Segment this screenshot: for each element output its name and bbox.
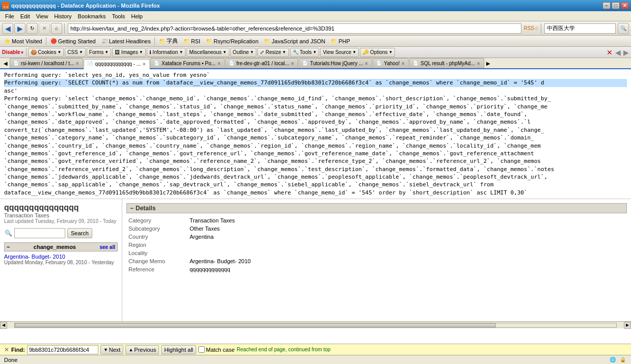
find-next-arrow: ▼	[103, 347, 108, 352]
horizontal-scrollbar[interactable]: ◀ ▶	[0, 321, 631, 328]
find-highlight-button[interactable]: Highlight all	[161, 345, 196, 354]
webdev-tools-btn[interactable]: 🔧 Tools▼	[290, 48, 320, 57]
menu-tools[interactable]: Tools	[109, 12, 128, 20]
find-bar: ✕ Find: ▼ Next ▲ Previous Highlight all …	[0, 344, 631, 355]
webdev-misc-btn[interactable]: Miscellaneous▼	[187, 48, 229, 57]
menu-bookmarks[interactable]: Bookmarks	[75, 12, 109, 20]
rsync-icon: 📁	[205, 38, 213, 45]
query-line-6: `change_memos`.`date_approved`, `change_…	[4, 118, 627, 126]
bookmarks-bar: ⭐ Most Visited 🔴 Getting Started 📰 Lates…	[0, 36, 631, 47]
details-label-category: Category	[126, 216, 188, 225]
webdev-cookies-btn[interactable]: 🍪 Cookies▼	[28, 48, 64, 57]
bookmark-getting-started-label: Getting Started	[58, 38, 96, 44]
home-button[interactable]: ⌂	[51, 23, 62, 34]
reload-button[interactable]: ↻	[27, 23, 38, 34]
webdev-disable-btn[interactable]: Disable▼	[2, 49, 24, 55]
app-content: qqqqqqqqqqqqqqq Transaction Taxes Last u…	[0, 199, 631, 321]
menu-view[interactable]: View	[33, 12, 51, 20]
find-matchcase-checkbox[interactable]	[198, 346, 205, 353]
tab-jquery-close[interactable]: ✕	[364, 61, 369, 66]
bookmark-js[interactable]: 📁 JavaScript and JSON	[262, 37, 327, 45]
bookmark-most-visited[interactable]: ⭐ Most Visited	[2, 37, 44, 45]
tab-sql-label: SQL result - phpMyAd...	[420, 61, 475, 66]
webdev-forms-btn[interactable]: Forms▼	[87, 48, 111, 57]
webdev-viewsource-btn[interactable]: View Source▼	[320, 48, 359, 57]
webdev-images-btn[interactable]: 🖼 Images▼	[112, 48, 146, 57]
find-prev-button[interactable]: ▲ Previous	[125, 345, 159, 354]
tab-sql-icon: 📄	[413, 61, 419, 67]
maximize-button[interactable]: □	[612, 2, 620, 9]
bookmark-rsi[interactable]: 📁 RSI	[181, 37, 202, 45]
search-button[interactable]: Search	[67, 228, 92, 238]
search-go-button[interactable]: 🔍	[618, 23, 629, 34]
tab-qqq-label: qqqqqqqqqqqqq - ...	[95, 61, 141, 67]
details-section-label: Details	[136, 205, 155, 212]
sidebar-section-header[interactable]: − change_memos see all	[4, 242, 118, 251]
menu-history[interactable]: History	[51, 12, 74, 20]
find-next-label: Next	[109, 347, 121, 353]
webdev-css-btn[interactable]: CSS▼	[65, 48, 85, 57]
tab-xataface[interactable]: 📄 Xataface Forums • Po... ✕	[150, 58, 225, 68]
webdev-resize-btn[interactable]: ⤢ Resize▼	[257, 48, 288, 57]
webdev-arrow1: ◀	[615, 48, 621, 57]
tab-jquery[interactable]: 📄 Tutorials:How jQuery ... ✕	[299, 58, 372, 68]
bookmark-rsync[interactable]: 📁 Rsync/Replication	[204, 37, 260, 45]
scroll-track[interactable]	[14, 323, 617, 328]
scroll-left-button[interactable]: ◀	[0, 322, 7, 329]
find-input[interactable]	[27, 345, 98, 354]
browser-search-bar[interactable]	[544, 23, 616, 34]
menu-file[interactable]: File	[2, 12, 17, 20]
tab-scroll-left[interactable]: ◀	[2, 61, 9, 66]
nav-separator-1	[64, 23, 65, 34]
bookmark-zidian[interactable]: 📁 字典	[157, 37, 179, 45]
tab-yahoo-close[interactable]: ✕	[401, 61, 405, 66]
forward-button[interactable]: ▶	[14, 23, 25, 34]
find-next-button[interactable]: ▼ Next	[100, 345, 124, 354]
app-updated: Last updated Tuesday, February 09, 2010 …	[4, 218, 118, 224]
status-right: 🌐 🔒	[609, 356, 627, 364]
search-input[interactable]	[14, 228, 65, 238]
tab-scroll-right[interactable]: ▶	[485, 61, 492, 66]
left-sidebar: qqqqqqqqqqqqqqq Transaction Taxes Last u…	[0, 199, 122, 321]
menu-edit[interactable]: Edit	[17, 12, 33, 20]
tab-qqq[interactable]: 📄 qqqqqqqqqqqqq - ... ✕	[84, 59, 150, 69]
tab-jquery-icon: 📄	[302, 61, 308, 67]
tab-sql[interactable]: 📄 SQL result - phpMyAd... ✕	[409, 58, 484, 68]
webdev-toolbar: Disable▼ 🍪 Cookies▼ CSS▼ Forms▼ 🖼 Images…	[0, 47, 631, 58]
bookmark-latest-headlines[interactable]: 📰 Latest Headlines	[99, 37, 152, 45]
tab-fre-dev[interactable]: 📄 fre-dev-gtr-a01 / local... ✕	[225, 58, 298, 68]
details-value-subcategory: Other Taxes	[188, 225, 627, 233]
webdev-outline-btn[interactable]: Outline▼	[230, 48, 257, 57]
minimize-button[interactable]: −	[602, 2, 611, 9]
find-close-button[interactable]: ✕	[4, 346, 9, 353]
status-icon-2: 🔒	[619, 356, 627, 364]
see-all-link[interactable]: see all	[99, 244, 115, 250]
scroll-right-button[interactable]: ▶	[624, 322, 631, 329]
menu-help[interactable]: Help	[128, 12, 146, 20]
webdev-options-btn[interactable]: 🔑 Options▼	[360, 48, 395, 57]
scroll-thumb[interactable]	[15, 323, 496, 327]
tab-xataface-close[interactable]: ✕	[217, 61, 221, 66]
tab-fre-dev-close[interactable]: ✕	[291, 61, 295, 66]
tab-sql-close[interactable]: ✕	[477, 61, 481, 66]
find-status: Reached end of page, continued from top	[236, 347, 330, 352]
tab-qqq-close[interactable]: ✕	[142, 62, 146, 67]
app-subtitle: Transaction Taxes	[4, 212, 118, 218]
sidebar-item-link-0[interactable]: Argentina- Budget- 2010	[4, 254, 65, 260]
details-section-header[interactable]: − Details	[126, 203, 627, 213]
tab-rsi-kwen-close[interactable]: ✕	[75, 61, 80, 66]
rss-icon[interactable]: RSS☆	[523, 25, 539, 31]
back-button[interactable]: ◀	[2, 23, 13, 34]
webdev-info-btn[interactable]: ℹ Information▼	[147, 48, 186, 57]
webdev-close-btn[interactable]: ✕	[607, 48, 613, 57]
details-label-region: Region	[126, 241, 188, 249]
tab-rsi-kwen[interactable]: 📄 rsi-kwen / localhost / t... ✕	[10, 58, 83, 68]
close-button[interactable]: ✕	[621, 2, 629, 9]
details-row-changememo: Change Memo Argentina- Budget- 2010	[126, 257, 627, 265]
stop-button[interactable]: ✕	[39, 23, 50, 34]
address-bar[interactable]	[68, 23, 521, 34]
bookmark-php[interactable]: 📁 PHP	[329, 37, 352, 45]
tab-yahoo[interactable]: 📄 Yahoo! ✕	[373, 58, 409, 68]
getting-started-icon: 🔴	[50, 38, 57, 45]
bookmark-getting-started[interactable]: 🔴 Getting Started	[48, 37, 97, 45]
